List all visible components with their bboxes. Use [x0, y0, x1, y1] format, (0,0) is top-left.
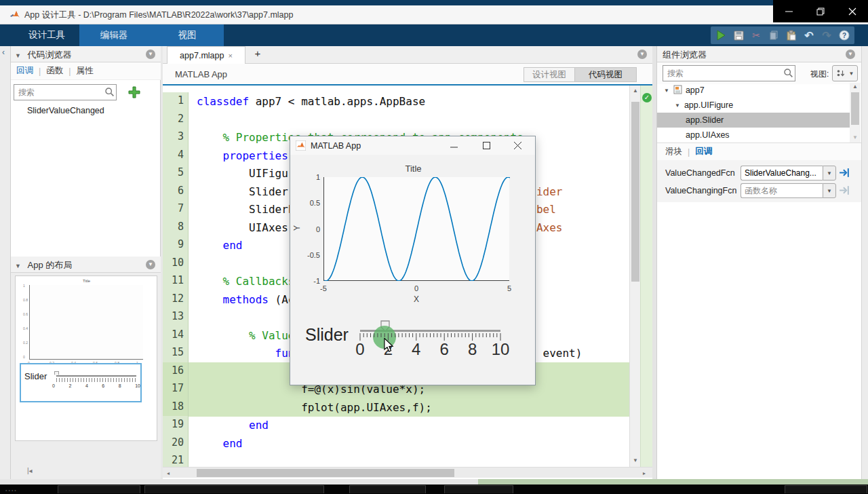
line-number: 13 — [163, 308, 189, 326]
chevron-down-icon: ▼ — [848, 71, 854, 77]
x-tick-label: -5 — [313, 284, 334, 292]
taskbar-button[interactable] — [349, 485, 426, 493]
scroll-down-icon[interactable]: ▼ — [630, 457, 641, 463]
quick-access-toolbar: ✂↶↷? — [711, 26, 854, 44]
scroll-up-icon[interactable]: ▲ — [630, 88, 641, 94]
line-number: 15 — [163, 344, 189, 362]
editor-tab-app7[interactable]: app7.mlapp × — [167, 46, 245, 64]
help-icon[interactable]: ? — [837, 28, 852, 42]
mini-axes-title: Title — [30, 279, 143, 283]
add-callback-button[interactable] — [127, 86, 141, 102]
go-to-callback-icon[interactable] — [839, 185, 851, 197]
tabstrip-menu-icon[interactable]: ▼ — [637, 50, 647, 59]
ValueChangingFcn-dropdown[interactable]: 函数名称 — [741, 183, 823, 198]
chevron-down-icon[interactable]: ▼ — [823, 166, 836, 180]
close-tab-icon[interactable]: × — [228, 52, 232, 60]
code-line-19[interactable]: 19 end — [163, 416, 629, 434]
mini-slider-ticks — [56, 378, 136, 382]
panel-menu-icon[interactable]: ▼ — [146, 50, 155, 59]
code-line-2[interactable]: 2 — [163, 111, 629, 129]
property-label: ValueChangedFcn — [665, 168, 735, 178]
code-text — [189, 452, 629, 467]
os-close-button[interactable] — [842, 4, 863, 19]
popup-titlebar[interactable]: MATLAB App — [290, 136, 535, 155]
code-line-20[interactable]: 20 end — [163, 434, 629, 453]
scroll-up-icon[interactable]: ▲ — [850, 83, 861, 90]
line-number: 8 — [163, 218, 189, 237]
scrollbar-thumb[interactable] — [851, 92, 859, 125]
tree-item-app-UIFigure[interactable]: ▼app.UIFigure — [657, 98, 850, 113]
paste-icon[interactable] — [784, 28, 799, 42]
scroll-left-icon[interactable]: ◂ — [163, 470, 174, 476]
slider-tick-label: 10 — [492, 340, 510, 359]
matlab-app-window[interactable]: MATLAB App Title 10.50-0.5-1 -505 X Y Sl… — [290, 136, 536, 385]
view-mode-dropdown[interactable]: ▼ — [832, 65, 858, 81]
vertical-scrollbar[interactable]: ▲ ▼ — [629, 86, 640, 467]
ribbon-tab-designer[interactable]: 设计工具 — [16, 24, 77, 46]
component-browser-header: 组件浏览器 ▼ — [657, 46, 862, 62]
code-line-18[interactable]: 18 fplot(app.UIAxes,f); — [163, 398, 629, 417]
tree-scrollbar[interactable]: ▲ ▼ — [850, 83, 861, 144]
undo-icon[interactable]: ↶ — [802, 28, 816, 42]
tab-callbacks[interactable]: 回调 — [695, 146, 712, 157]
collapse-triangle-icon[interactable]: ▼ — [15, 52, 21, 59]
expander-icon[interactable]: ▼ — [675, 102, 680, 109]
redo-icon[interactable]: ↷ — [819, 28, 834, 42]
copy-icon[interactable] — [766, 28, 781, 42]
component-search-input[interactable] — [663, 65, 795, 81]
svg-text:?: ? — [842, 32, 846, 39]
collapse-bottom-icon[interactable]: |◂ — [27, 467, 33, 474]
scrollbar-thumb[interactable] — [631, 102, 639, 282]
code-text — [189, 111, 629, 129]
chevron-down-icon[interactable]: ▼ — [823, 183, 836, 198]
design-view-button[interactable]: 设计视图 — [524, 67, 575, 82]
taskbar-button[interactable] — [144, 485, 324, 493]
collapse-triangle-icon[interactable]: ▼ — [15, 263, 21, 269]
callback-list-item[interactable]: SliderValueChanged — [27, 106, 104, 115]
mini-slider-thumbnail[interactable]: Slider 0246810 — [20, 363, 142, 402]
ribbon-tab-view[interactable]: 视图 — [163, 24, 212, 46]
taskbar-button[interactable] — [785, 485, 867, 493]
os-minimize-button[interactable] — [778, 4, 799, 19]
save-icon[interactable] — [731, 28, 746, 42]
taskbar-button[interactable] — [444, 485, 513, 493]
line-number: 6 — [163, 183, 189, 201]
code-line-21[interactable]: 21 — [163, 452, 629, 467]
taskbar-button[interactable] — [58, 485, 140, 493]
scroll-right-icon[interactable]: ▸ — [639, 470, 650, 476]
run-icon[interactable] — [713, 28, 728, 42]
layout-thumbnail[interactable]: Title 10.80.60.40.20 00.20.40.60.81 Slid… — [15, 276, 157, 441]
line-number: 16 — [163, 362, 189, 381]
scrollbar-thumb[interactable] — [197, 469, 454, 477]
ribbon-tab-editor[interactable]: 编辑器 — [90, 24, 138, 46]
new-tab-button[interactable]: + — [251, 48, 264, 59]
search-icon — [104, 87, 115, 100]
x-axis-label: X — [406, 294, 427, 304]
tab-callbacks[interactable]: 回调 — [16, 65, 33, 77]
collapse-left-icon[interactable]: ‹ — [2, 48, 5, 57]
windows-taskbar[interactable]: •••• — [0, 484, 868, 494]
popup-maximize-button[interactable] — [477, 138, 495, 153]
slider-tick-labels: 0246810 — [290, 340, 536, 360]
cut-icon[interactable]: ✂ — [749, 28, 764, 42]
tab-properties[interactable]: 属性 — [77, 65, 94, 77]
tree-item-app-Slider[interactable]: app.Slider — [657, 113, 850, 128]
panel-menu-icon[interactable]: ▼ — [146, 260, 155, 269]
go-to-callback-icon[interactable] — [839, 167, 851, 179]
code-line-1[interactable]: 1classdef app7 < matlab.apps.AppBase — [163, 92, 629, 111]
search-input[interactable] — [14, 84, 117, 100]
popup-close-button[interactable] — [509, 138, 526, 153]
panel-menu-icon[interactable]: ▼ — [846, 50, 855, 59]
tree-item-app7[interactable]: ▼app7 — [657, 83, 850, 98]
tab-slider[interactable]: 滑块 — [665, 146, 682, 157]
tree-item-app-UIAxes[interactable]: app.UIAxes — [657, 128, 850, 142]
horizontal-scrollbar[interactable]: ◂ ▸ — [163, 467, 652, 478]
tab-functions[interactable]: 函数 — [46, 65, 63, 77]
ValueChangedFcn-dropdown[interactable]: SliderValueChang... — [741, 166, 823, 180]
code-view-button[interactable]: 代码视图 — [574, 67, 637, 82]
popup-minimize-button[interactable] — [445, 138, 462, 153]
os-restore-button[interactable] — [810, 4, 831, 19]
expander-icon[interactable]: ▼ — [664, 88, 669, 94]
scroll-down-icon[interactable]: ▼ — [850, 134, 861, 140]
mini-slider-label: Slider — [24, 371, 47, 381]
